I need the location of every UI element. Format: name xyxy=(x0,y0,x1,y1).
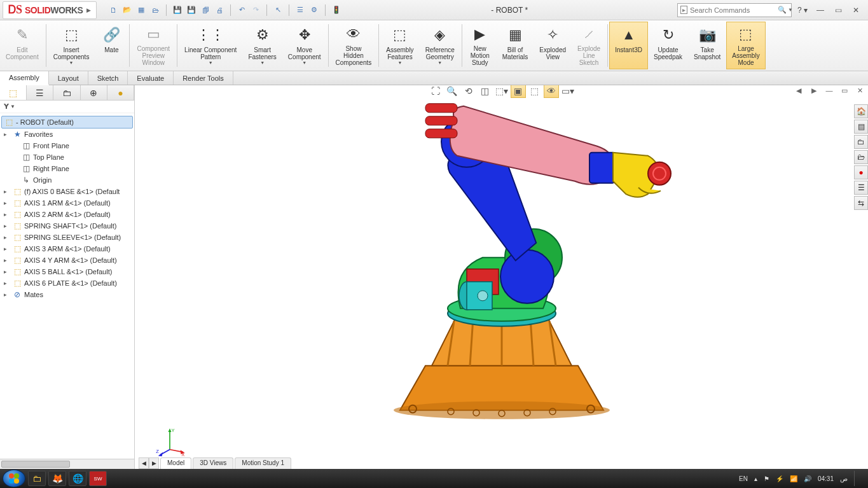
tree-filter[interactable]: 𝗬 ▼ xyxy=(0,101,134,113)
tree-item[interactable]: ▸⬚AXIS 4 Y ARM &<1> (Default) xyxy=(1,254,133,266)
save-all-icon[interactable]: 💾 xyxy=(186,5,196,15)
show-desktop-button[interactable] xyxy=(854,471,860,486)
print-icon[interactable]: 🖨 xyxy=(214,5,224,15)
app-logo[interactable]: ᎠS SOLIDWORKS ▶ xyxy=(3,1,97,19)
ribbon-linear-component-pattern[interactable]: ⋮⋮Linear ComponentPattern▼ xyxy=(179,22,242,69)
wifi-icon[interactable]: 📶 xyxy=(790,475,797,482)
explorer-taskbar-icon[interactable]: 🗀 xyxy=(28,471,46,486)
power-icon[interactable]: ⚡ xyxy=(776,475,783,482)
zoom-area-icon[interactable]: 🔍 xyxy=(444,85,460,98)
expand-icon[interactable]: ▸ xyxy=(4,257,10,263)
tree-item[interactable]: ◫Top Plane xyxy=(1,151,133,163)
close-button[interactable]: ✕ xyxy=(849,4,863,16)
ribbon-smart-fasteners[interactable]: ⚙SmartFasteners▼ xyxy=(242,22,282,69)
view-palette-icon[interactable]: ● xyxy=(854,165,868,179)
help-button[interactable]: ? ▾ xyxy=(796,4,809,16)
tree-item[interactable]: ◫Front Plane xyxy=(1,140,133,151)
flag-icon[interactable]: ⚑ xyxy=(764,475,769,482)
redo-icon[interactable]: ↷ xyxy=(251,5,261,15)
restore-button[interactable]: ▭ xyxy=(831,4,845,16)
clock-time[interactable]: 04:31 xyxy=(818,475,834,482)
ribbon-update-speedpak[interactable]: ↻UpdateSpeedpak xyxy=(648,22,688,69)
tree-item[interactable]: ↳Origin xyxy=(1,174,133,186)
next-icon[interactable]: ▶ xyxy=(808,85,820,95)
custom-props-icon[interactable]: ⇆ xyxy=(854,196,868,210)
tree-item[interactable]: ▸★Favorites xyxy=(1,129,133,140)
hide-show-icon[interactable]: ⬚ xyxy=(527,85,542,98)
bottom-tab-motion-study-1[interactable]: Motion Study 1 xyxy=(235,457,291,469)
close-viewport-button[interactable]: ✕ xyxy=(854,85,865,95)
design-library-icon[interactable]: 🗀 xyxy=(854,135,868,149)
tree-item[interactable]: ▸⬚AXIS 2 ARM &<1> (Default) xyxy=(1,209,133,220)
language-indicator[interactable]: EN xyxy=(739,475,748,482)
expand-icon[interactable]: ▸ xyxy=(4,268,10,275)
maximize-viewport-button[interactable]: ▭ xyxy=(839,85,850,95)
tree-item[interactable]: ▸⬚(f) AXIS 0 BASE &<1> (Default xyxy=(1,186,133,197)
previous-view-icon[interactable]: ⟲ xyxy=(461,85,476,98)
tree-item[interactable]: ▸⊘Mates xyxy=(1,289,133,300)
expand-icon[interactable]: ▸ xyxy=(4,188,10,195)
ribbon-exploded-view[interactable]: ✧ExplodedView xyxy=(534,22,572,69)
tree-item[interactable]: ▸⬚SPRING SLEEVE<1> (Default) xyxy=(1,232,133,243)
chevron-down-icon[interactable]: ▼ xyxy=(788,7,793,13)
graphics-viewport[interactable]: ⛶ 🔍 ⟲ ◫ ⬚▾ ▣ ⬚ 👁 ▭▾ ◀ ▶ — ▭ ✕ 🏠 ▤ 🗀 🗁 ● … xyxy=(135,85,868,469)
open-icon[interactable]: 📂 xyxy=(122,5,132,15)
tree-item[interactable]: ▸⬚AXIS 3 ARM &<1> (Default) xyxy=(1,243,133,254)
new-icon[interactable]: 🗋 xyxy=(108,5,118,15)
expand-icon[interactable]: ▸ xyxy=(4,211,10,218)
tabs-scroll-right[interactable]: ▶ xyxy=(149,457,159,469)
apply-scene-icon[interactable]: ▭▾ xyxy=(560,85,575,98)
minimize-viewport-button[interactable]: — xyxy=(823,85,835,95)
chrome-taskbar-icon[interactable]: 🌐 xyxy=(69,471,86,486)
resources-icon[interactable]: ▤ xyxy=(854,120,868,134)
expand-icon[interactable]: ▸ xyxy=(4,234,10,241)
bottom-tab-3d-views[interactable]: 3D Views xyxy=(193,457,233,469)
expand-icon[interactable]: ▸ xyxy=(4,246,10,252)
search-input[interactable] xyxy=(690,6,778,14)
tab-evaluate[interactable]: Evaluate xyxy=(128,71,174,85)
section-view-icon[interactable]: ◫ xyxy=(478,85,493,98)
ribbon-move-component[interactable]: ✥MoveComponent▼ xyxy=(282,22,327,69)
expand-icon[interactable]: ▸ xyxy=(4,200,10,206)
tree-root-node[interactable]: ⬚ - ROBOT (Default) xyxy=(1,116,133,129)
rebuild-icon[interactable]: ☰ xyxy=(295,5,305,15)
minimize-button[interactable]: — xyxy=(813,4,827,16)
tab-sketch[interactable]: Sketch xyxy=(88,71,128,85)
tab-assembly[interactable]: Assembly xyxy=(0,71,49,85)
prev-icon[interactable]: ◀ xyxy=(793,85,804,95)
file-explorer-icon[interactable]: 🗁 xyxy=(854,150,868,164)
ribbon-instant3d[interactable]: ▲Instant3D xyxy=(609,22,648,69)
expand-icon[interactable]: ▸ xyxy=(4,223,10,229)
select-icon[interactable]: ↖ xyxy=(273,5,283,15)
ribbon-reference-geometry[interactable]: ◈ReferenceGeometry▼ xyxy=(420,22,460,69)
ribbon-mate[interactable]: 🔗Mate xyxy=(95,22,128,69)
bottom-tab-model[interactable]: Model xyxy=(160,457,191,469)
ribbon-assembly-features[interactable]: ⬚AssemblyFeatures▼ xyxy=(380,22,419,69)
tree-item[interactable]: ◫Right Plane xyxy=(1,163,133,174)
expand-icon[interactable]: ▸ xyxy=(4,280,10,286)
ribbon-show-hidden-components[interactable]: 👁ShowHiddenComponents xyxy=(330,22,378,69)
firefox-taskbar-icon[interactable]: 🦊 xyxy=(48,471,66,486)
home-icon[interactable]: 🏠 xyxy=(854,104,868,118)
tabs-scroll-left[interactable]: ◀ xyxy=(139,457,149,469)
tree-item[interactable]: ▸⬚AXIS 1 ARM &<1> (Default) xyxy=(1,197,133,209)
view-orientation-icon[interactable]: ⬚▾ xyxy=(494,85,509,98)
display-tab[interactable]: ● xyxy=(107,85,134,100)
search-icon[interactable]: 🔍 xyxy=(778,6,787,14)
property-tab[interactable]: ☰ xyxy=(27,85,53,100)
tray-expand-icon[interactable]: ▴ xyxy=(754,475,757,482)
edit-appearance-icon[interactable]: 👁 xyxy=(544,85,559,98)
start-button[interactable] xyxy=(3,470,25,487)
tree-item[interactable]: ▸⬚AXIS 6 PLATE &<1> (Default) xyxy=(1,277,133,289)
ribbon-new-motion-study[interactable]: ▶NewMotionStudy xyxy=(464,22,497,69)
feature-tree-tab[interactable]: ⬚ xyxy=(0,85,27,100)
tab-render-tools[interactable]: Render Tools xyxy=(174,71,233,85)
traffic-light-icon[interactable]: 🚦 xyxy=(331,5,341,15)
volume-icon[interactable]: 🔊 xyxy=(804,475,811,482)
orientation-triad[interactable]: Y X Z xyxy=(154,426,186,457)
tab-layout[interactable]: Layout xyxy=(49,71,88,85)
ribbon-bill-of-materials[interactable]: ▦Bill ofMaterials xyxy=(497,22,534,69)
feature-tree[interactable]: ⬚ - ROBOT (Default) ▸★Favorites◫Front Pl… xyxy=(0,113,134,459)
dimxpert-tab[interactable]: ⊕ xyxy=(81,85,107,100)
search-commands-box[interactable]: ▸ 🔍 ▼ xyxy=(677,3,792,17)
